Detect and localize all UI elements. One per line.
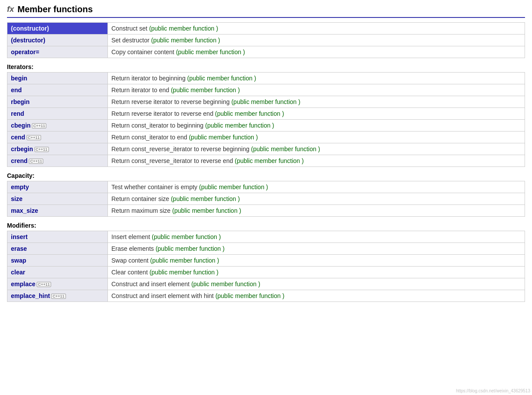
function-name[interactable]: cbeginC++11 — [7, 120, 108, 132]
public-member-label: (public member function ) — [215, 110, 284, 117]
function-description: Return maximum size (public member funct… — [108, 205, 525, 217]
function-link[interactable]: crend — [11, 157, 28, 164]
function-link[interactable]: swap — [11, 257, 26, 264]
fx-icon: fx — [7, 5, 14, 14]
function-name[interactable]: rbegin — [7, 96, 108, 108]
function-link[interactable]: max_size — [11, 207, 38, 214]
function-link[interactable]: (destructor) — [11, 37, 45, 44]
function-description: Return reverse iterator to reverse end (… — [108, 108, 525, 120]
table-row[interactable]: clearClear content (public member functi… — [7, 267, 525, 278]
function-link[interactable]: rbegin — [11, 98, 30, 105]
table-row[interactable]: emplaceC++11Construct and insert element… — [7, 278, 525, 290]
table-row[interactable]: swapSwap content (public member function… — [7, 255, 525, 267]
function-link[interactable]: rend — [11, 110, 24, 117]
function-link[interactable]: empty — [11, 184, 29, 191]
function-link[interactable]: crbegin — [11, 146, 33, 152]
public-member-label: (public member function ) — [215, 292, 284, 299]
function-link[interactable]: size — [11, 195, 22, 202]
cpp11-badge: C++11 — [51, 294, 66, 299]
table-row[interactable]: (destructor)Set destructor (public membe… — [7, 35, 525, 46]
table-row[interactable]: insertInsert element (public member func… — [7, 231, 525, 243]
function-link[interactable]: (constructor) — [11, 25, 49, 32]
function-name[interactable]: cendC++11 — [7, 132, 108, 143]
table-capacity: emptyTest whether container is empty (pu… — [7, 181, 525, 217]
function-name[interactable]: size — [7, 193, 108, 205]
function-description: Return const_iterator to end (public mem… — [108, 132, 525, 143]
function-name[interactable]: clear — [7, 267, 108, 278]
table-row[interactable]: crendC++11Return const_reverse_iterator … — [7, 155, 525, 167]
function-name[interactable]: swap — [7, 255, 108, 267]
function-description: Test whether container is empty (public … — [108, 181, 525, 193]
table-top: (constructor)Construct set (public membe… — [7, 22, 525, 58]
cpp11-badge: C++11 — [27, 135, 41, 140]
function-link[interactable]: insert — [11, 233, 28, 240]
function-description: Insert element (public member function ) — [108, 231, 525, 243]
public-member-label: (public member function ) — [149, 269, 218, 276]
public-member-label: (public member function ) — [176, 49, 245, 55]
public-member-label: (public member function ) — [235, 157, 304, 164]
function-name[interactable]: max_size — [7, 205, 108, 217]
cpp11-badge: C++11 — [37, 282, 51, 287]
function-link[interactable]: end — [11, 87, 22, 94]
table-row[interactable]: rbeginReturn reverse iterator to reverse… — [7, 96, 525, 108]
title-text: Member functions — [17, 4, 93, 14]
function-description: Return iterator to beginning (public mem… — [108, 73, 525, 84]
table-row[interactable]: rendReturn reverse iterator to reverse e… — [7, 108, 525, 120]
function-name[interactable]: (destructor) — [7, 35, 108, 46]
function-description: Return const_reverse_iterator to reverse… — [108, 143, 525, 155]
table-row[interactable]: beginReturn iterator to beginning (publi… — [7, 73, 525, 84]
function-name[interactable]: empty — [7, 181, 108, 193]
cpp11-badge: C++11 — [29, 159, 43, 164]
function-link[interactable]: emplace — [11, 281, 35, 288]
function-name[interactable]: begin — [7, 73, 108, 84]
function-name[interactable]: insert — [7, 231, 108, 243]
public-member-label: (public member function ) — [150, 257, 219, 264]
page-title: fx Member functions — [7, 4, 525, 18]
public-member-label: (public member function ) — [187, 75, 256, 82]
table-row[interactable]: crbeginC++11Return const_reverse_iterato… — [7, 143, 525, 155]
function-link[interactable]: emplace_hint — [11, 292, 50, 299]
table-row[interactable]: eraseErase elements (public member funct… — [7, 243, 525, 255]
public-member-label: (public member function ) — [189, 134, 258, 141]
section-header-iterators: Iterators: — [7, 63, 525, 70]
table-row[interactable]: cbeginC++11Return const_iterator to begi… — [7, 120, 525, 132]
function-name[interactable]: erase — [7, 243, 108, 255]
function-name[interactable]: rend — [7, 108, 108, 120]
table-row[interactable]: emplace_hintC++11Construct and insert el… — [7, 290, 525, 302]
function-description: Construct and insert element (public mem… — [108, 278, 525, 290]
function-name[interactable]: (constructor) — [7, 23, 108, 35]
public-member-label: (public member function ) — [172, 207, 241, 214]
function-description: Return container size (public member fun… — [108, 193, 525, 205]
public-member-label: (public member function ) — [151, 37, 220, 44]
public-member-label: (public member function ) — [155, 245, 225, 252]
public-member-label: (public member function ) — [231, 98, 301, 105]
function-name[interactable]: crendC++11 — [7, 155, 108, 167]
function-link[interactable]: operator= — [11, 49, 39, 55]
function-link[interactable]: cbegin — [11, 122, 31, 129]
function-name[interactable]: end — [7, 84, 108, 96]
table-row[interactable]: cendC++11Return const_iterator to end (p… — [7, 132, 525, 143]
function-link[interactable]: cend — [11, 134, 25, 141]
function-description: Clear content (public member function ) — [108, 267, 525, 278]
public-member-label: (public member function ) — [149, 25, 218, 32]
function-description: Return iterator to end (public member fu… — [108, 84, 525, 96]
function-name[interactable]: emplaceC++11 — [7, 278, 108, 290]
function-link[interactable]: erase — [11, 245, 27, 252]
table-row[interactable]: (constructor)Construct set (public membe… — [7, 23, 525, 35]
function-link[interactable]: clear — [11, 269, 25, 276]
table-row[interactable]: max_sizeReturn maximum size (public memb… — [7, 205, 525, 217]
public-member-label: (public member function ) — [251, 146, 320, 152]
function-description: Return reverse iterator to reverse begin… — [108, 96, 525, 108]
function-name[interactable]: crbeginC++11 — [7, 143, 108, 155]
function-description: Construct set (public member function ) — [108, 23, 525, 35]
section-header-capacity: Capacity: — [7, 172, 525, 179]
function-link[interactable]: begin — [11, 75, 27, 82]
table-row[interactable]: endReturn iterator to end (public member… — [7, 84, 525, 96]
public-member-label: (public member function ) — [199, 184, 268, 191]
function-name[interactable]: emplace_hintC++11 — [7, 290, 108, 302]
cpp11-badge: C++11 — [35, 147, 49, 152]
table-row[interactable]: sizeReturn container size (public member… — [7, 193, 525, 205]
table-row[interactable]: emptyTest whether container is empty (pu… — [7, 181, 525, 193]
table-row[interactable]: operator=Copy container content (public … — [7, 46, 525, 58]
function-name[interactable]: operator= — [7, 46, 108, 58]
